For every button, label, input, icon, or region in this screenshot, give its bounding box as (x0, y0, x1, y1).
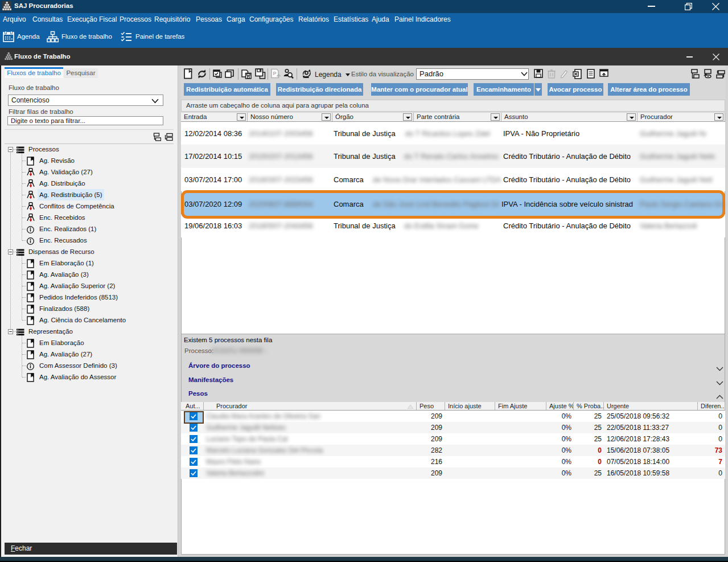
svg-text:P: P (273, 71, 277, 76)
